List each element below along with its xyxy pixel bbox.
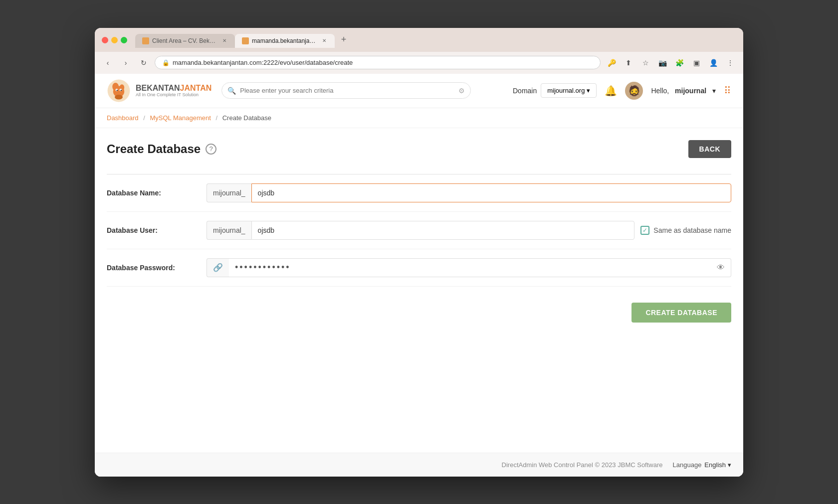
bookmark-icon[interactable]: ☆ [638,56,652,70]
breadcrumb-sep-2: / [215,114,217,122]
create-database-button[interactable]: CREATE DATABASE [631,303,731,323]
new-tab-button[interactable]: + [337,33,351,47]
db-password-input[interactable] [229,258,711,277]
browser-tab-2[interactable]: mamanda.bekantanjantan.com... ✕ [235,34,335,48]
browser-window: Client Area – CV. Bekantan Jan... ✕ mama… [95,28,743,477]
main-content: Create Database ? BACK Database Name: mi… [95,128,743,453]
db-password-input-area: 🔗 👁 [207,258,731,277]
profile-icon[interactable]: 👤 [706,56,720,70]
search-icon: 🔍 [227,87,236,95]
page-header: Create Database ? BACK [107,140,731,158]
dropdown-arrow-icon: ▾ [587,87,590,94]
back-nav-button[interactable]: ‹ [101,56,115,70]
tab-1-close[interactable]: ✕ [221,37,228,44]
key-prefix-icon: 🔗 [207,258,229,277]
screenshot-icon[interactable]: 📷 [655,56,669,70]
db-user-prefix: mijournal_ [207,221,251,240]
address-bar[interactable]: 🔒 mamanda.bekantanjantan.com:2222/evo/us… [155,56,601,69]
logo-bekantan: BEKANTAN [136,84,180,92]
db-name-prefix: mijournal_ [207,183,251,202]
browser-nav-bar: ‹ › ↻ 🔒 mamanda.bekantanjantan.com:2222/… [95,52,743,74]
tab-1-title: Client Area – CV. Bekantan Jan... [152,37,218,44]
app-header: BEKANTANJANTAN All In One Complete IT So… [95,74,743,108]
browser-tabs: Client Area – CV. Bekantan Jan... ✕ mama… [135,33,736,48]
sidebar-icon[interactable]: ▣ [689,56,703,70]
minimize-traffic-light[interactable] [111,37,118,43]
user-avatar: 🧔 [625,82,643,100]
breadcrumb-current: Create Database [222,114,271,122]
domain-dropdown[interactable]: mijournal.org ▾ [541,83,597,98]
breadcrumb-dashboard[interactable]: Dashboard [107,114,139,122]
close-traffic-light[interactable] [102,37,108,43]
nav-icons-right: 🔑 ⬆ ☆ 📷 🧩 ▣ 👤 ⋮ [605,56,737,70]
footer-lang-label: Language [673,461,702,469]
domain-label: Domain [513,87,537,95]
form-section: Database Name: mijournal_ Database User:… [107,174,731,287]
footer-language: Language English ▾ [673,461,731,469]
maximize-traffic-light[interactable] [121,37,127,43]
header-right: Domain mijournal.org ▾ 🔔 🧔 Hello, mijour… [513,82,731,100]
tab-1-favicon [142,37,149,44]
db-user-label: Database User: [107,226,207,234]
svg-point-7 [117,90,118,91]
form-row-db-password: Database Password: 🔗 👁 [107,249,731,287]
bell-icon[interactable]: 🔔 [605,85,617,97]
db-name-input-area: mijournal_ [207,183,731,202]
toggle-password-icon[interactable]: 👁 [711,258,731,277]
menu-icon[interactable]: ⋮ [723,56,737,70]
footer-copyright: DirectAdmin Web Control Panel © 2023 JBM… [502,461,663,469]
tab-2-close[interactable]: ✕ [321,37,328,44]
extension-icon[interactable]: 🧩 [672,56,686,70]
tab-2-favicon [242,37,249,44]
same-as-db-checkbox[interactable]: ✓ [640,226,649,235]
reload-nav-button[interactable]: ↻ [137,56,151,70]
svg-point-4 [115,95,123,100]
page-title: Create Database [107,142,201,156]
user-dropdown-icon: ▾ [712,87,716,95]
key-icon[interactable]: 🔑 [605,56,619,70]
settings-icon[interactable]: ⚙ [458,87,465,95]
same-as-db-checkbox-area: ✓ Same as database name [640,226,731,235]
domain-selector: Domain mijournal.org ▾ [513,83,597,98]
app-footer: DirectAdmin Web Control Panel © 2023 JBM… [95,453,743,477]
tab-2-title: mamanda.bekantanjantan.com... [252,37,318,44]
db-user-input[interactable] [251,221,635,240]
browser-controls: Client Area – CV. Bekantan Jan... ✕ mama… [102,33,736,48]
help-icon[interactable]: ? [206,144,216,155]
form-row-db-name: Database Name: mijournal_ [107,174,731,212]
footer-lang-select[interactable]: English ▾ [704,461,731,469]
greeting-text: Hello, [651,87,669,95]
back-button[interactable]: BACK [688,140,731,158]
browser-tab-1[interactable]: Client Area – CV. Bekantan Jan... ✕ [135,34,235,48]
form-row-db-user: Database User: mijournal_ ✓ Same as data… [107,212,731,249]
forward-nav-button[interactable]: › [119,56,133,70]
traffic-lights [102,37,127,43]
svg-point-8 [121,90,122,91]
address-text: mamanda.bekantanjantan.com:2222/evo/user… [173,59,593,66]
page-title-area: Create Database ? [107,142,216,156]
header-search: 🔍 ⚙ [221,82,471,99]
logo-text: BEKANTANJANTAN All In One Complete IT So… [136,84,211,98]
search-input[interactable] [221,82,471,99]
breadcrumb: Dashboard / MySQL Management / Create Da… [95,108,743,128]
grid-icon[interactable]: ⠿ [724,85,731,97]
user-name: mijournal [675,87,706,95]
db-password-label: Database Password: [107,264,207,272]
footer-lang-arrow: ▾ [728,461,731,469]
db-name-input[interactable] [251,183,731,202]
lock-icon: 🔒 [162,59,170,66]
db-user-input-area: mijournal_ ✓ Same as database name [207,221,731,240]
logo-area: BEKANTANJANTAN All In One Complete IT So… [107,79,211,103]
browser-titlebar: Client Area – CV. Bekantan Jan... ✕ mama… [95,28,743,52]
app-content: BEKANTANJANTAN All In One Complete IT So… [95,74,743,477]
logo-jantan: JANTAN [180,84,212,92]
create-db-btn-area: CREATE DATABASE [107,303,731,323]
logo-name: BEKANTANJANTAN [136,84,211,93]
user-greeting[interactable]: Hello, mijournal ▾ [651,87,716,95]
footer-lang-value: English [704,461,726,469]
logo-tagline: All In One Complete IT Solution [136,92,211,97]
breadcrumb-sep-1: / [143,114,145,122]
share-icon[interactable]: ⬆ [622,56,635,70]
breadcrumb-mysql[interactable]: MySQL Management [150,114,210,122]
domain-value: mijournal.org [547,87,585,94]
